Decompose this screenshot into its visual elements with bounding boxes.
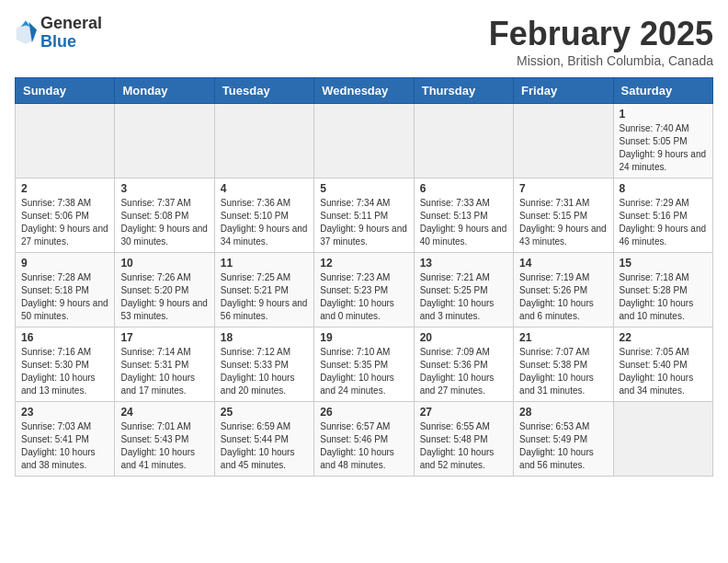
calendar-cell: 11Sunrise: 7:25 AM Sunset: 5:21 PM Dayli… — [214, 253, 313, 327]
calendar-cell: 5Sunrise: 7:34 AM Sunset: 5:11 PM Daylig… — [314, 178, 414, 253]
day-info: Sunrise: 7:05 AM Sunset: 5:40 PM Dayligh… — [620, 346, 707, 397]
day-info: Sunrise: 7:26 AM Sunset: 5:20 PM Dayligh… — [120, 271, 208, 323]
calendar-cell — [514, 104, 613, 178]
day-number: 14 — [519, 257, 607, 270]
calendar-table: SundayMondayTuesdayWednesdayThursdayFrid… — [15, 77, 713, 477]
day-number: 23 — [21, 406, 108, 419]
logo-line2: Blue — [40, 33, 102, 52]
logo-line1: General — [40, 15, 102, 33]
day-info: Sunrise: 7:28 AM Sunset: 5:18 PM Dayligh… — [21, 271, 108, 323]
weekday-friday: Friday — [514, 78, 613, 104]
calendar-cell: 4Sunrise: 7:36 AM Sunset: 5:10 PM Daylig… — [214, 178, 313, 253]
day-info: Sunrise: 7:23 AM Sunset: 5:23 PM Dayligh… — [320, 271, 407, 323]
calendar-cell — [16, 104, 115, 178]
weekday-saturday: Saturday — [613, 78, 712, 104]
day-number: 18 — [221, 331, 308, 344]
page-header: General Blue February 2025 Mission, Brit… — [15, 15, 713, 68]
day-info: Sunrise: 7:14 AM Sunset: 5:31 PM Dayligh… — [120, 346, 208, 397]
calendar-title: February 2025 — [489, 15, 713, 53]
calendar-cell: 15Sunrise: 7:18 AM Sunset: 5:28 PM Dayli… — [613, 253, 712, 327]
logo: General Blue — [15, 15, 102, 52]
calendar-cell: 16Sunrise: 7:16 AM Sunset: 5:30 PM Dayli… — [16, 327, 115, 402]
day-number: 27 — [420, 406, 507, 419]
day-info: Sunrise: 6:53 AM Sunset: 5:49 PM Dayligh… — [519, 420, 607, 472]
day-number: 8 — [620, 182, 707, 195]
calendar-subtitle: Mission, British Columbia, Canada — [489, 53, 713, 68]
day-info: Sunrise: 7:33 AM Sunset: 5:13 PM Dayligh… — [420, 197, 507, 248]
weekday-tuesday: Tuesday — [214, 78, 313, 104]
day-info: Sunrise: 7:31 AM Sunset: 5:15 PM Dayligh… — [519, 197, 607, 248]
calendar-cell — [314, 104, 414, 178]
calendar-cell: 18Sunrise: 7:12 AM Sunset: 5:33 PM Dayli… — [214, 327, 313, 402]
calendar-cell: 10Sunrise: 7:26 AM Sunset: 5:20 PM Dayli… — [115, 253, 214, 327]
day-number: 20 — [420, 331, 507, 344]
day-number: 15 — [620, 257, 707, 270]
week-row-4: 16Sunrise: 7:16 AM Sunset: 5:30 PM Dayli… — [16, 327, 713, 402]
calendar-cell: 2Sunrise: 7:38 AM Sunset: 5:06 PM Daylig… — [16, 178, 115, 253]
calendar-cell: 9Sunrise: 7:28 AM Sunset: 5:18 PM Daylig… — [16, 253, 115, 327]
week-row-5: 23Sunrise: 7:03 AM Sunset: 5:41 PM Dayli… — [16, 402, 713, 477]
day-number: 17 — [120, 331, 208, 344]
day-info: Sunrise: 7:38 AM Sunset: 5:06 PM Dayligh… — [21, 197, 108, 248]
day-number: 28 — [519, 406, 607, 419]
calendar-cell: 23Sunrise: 7:03 AM Sunset: 5:41 PM Dayli… — [16, 402, 115, 477]
calendar-cell: 20Sunrise: 7:09 AM Sunset: 5:36 PM Dayli… — [414, 327, 513, 402]
day-number: 2 — [21, 182, 108, 195]
day-info: Sunrise: 7:21 AM Sunset: 5:25 PM Dayligh… — [420, 271, 507, 323]
day-info: Sunrise: 7:40 AM Sunset: 5:05 PM Dayligh… — [620, 122, 707, 174]
calendar-cell: 25Sunrise: 6:59 AM Sunset: 5:44 PM Dayli… — [214, 402, 313, 477]
day-number: 26 — [320, 406, 407, 419]
calendar-body: 1Sunrise: 7:40 AM Sunset: 5:05 PM Daylig… — [16, 104, 713, 477]
day-info: Sunrise: 7:18 AM Sunset: 5:28 PM Dayligh… — [620, 271, 707, 323]
day-number: 11 — [221, 257, 308, 270]
week-row-3: 9Sunrise: 7:28 AM Sunset: 5:18 PM Daylig… — [16, 253, 713, 327]
day-info: Sunrise: 7:25 AM Sunset: 5:21 PM Dayligh… — [221, 271, 308, 323]
day-number: 22 — [620, 331, 707, 344]
day-info: Sunrise: 7:12 AM Sunset: 5:33 PM Dayligh… — [221, 346, 308, 397]
calendar-cell: 28Sunrise: 6:53 AM Sunset: 5:49 PM Dayli… — [514, 402, 613, 477]
weekday-wednesday: Wednesday — [314, 78, 414, 104]
day-number: 3 — [120, 182, 208, 195]
day-info: Sunrise: 7:29 AM Sunset: 5:16 PM Dayligh… — [620, 197, 707, 248]
title-block: February 2025 Mission, British Columbia,… — [489, 15, 713, 68]
calendar-cell: 3Sunrise: 7:37 AM Sunset: 5:08 PM Daylig… — [115, 178, 214, 253]
calendar-cell — [115, 104, 214, 178]
calendar-cell: 22Sunrise: 7:05 AM Sunset: 5:40 PM Dayli… — [613, 327, 712, 402]
week-row-2: 2Sunrise: 7:38 AM Sunset: 5:06 PM Daylig… — [16, 178, 713, 253]
week-row-1: 1Sunrise: 7:40 AM Sunset: 5:05 PM Daylig… — [16, 104, 713, 178]
day-info: Sunrise: 7:10 AM Sunset: 5:35 PM Dayligh… — [320, 346, 407, 397]
day-info: Sunrise: 6:55 AM Sunset: 5:48 PM Dayligh… — [420, 420, 507, 472]
calendar-cell: 13Sunrise: 7:21 AM Sunset: 5:25 PM Dayli… — [414, 253, 513, 327]
day-number: 7 — [519, 182, 607, 195]
day-number: 12 — [320, 257, 407, 270]
day-info: Sunrise: 7:07 AM Sunset: 5:38 PM Dayligh… — [519, 346, 607, 397]
weekday-header-row: SundayMondayTuesdayWednesdayThursdayFrid… — [16, 78, 713, 104]
day-number: 13 — [420, 257, 507, 270]
day-number: 24 — [120, 406, 208, 419]
day-info: Sunrise: 7:36 AM Sunset: 5:10 PM Dayligh… — [221, 197, 308, 248]
weekday-monday: Monday — [115, 78, 214, 104]
calendar-cell: 12Sunrise: 7:23 AM Sunset: 5:23 PM Dayli… — [314, 253, 414, 327]
calendar-cell: 26Sunrise: 6:57 AM Sunset: 5:46 PM Dayli… — [314, 402, 414, 477]
calendar-cell — [414, 104, 513, 178]
day-number: 10 — [120, 257, 208, 270]
day-number: 4 — [221, 182, 308, 195]
logo-icon — [15, 20, 37, 46]
weekday-sunday: Sunday — [16, 78, 115, 104]
day-info: Sunrise: 7:01 AM Sunset: 5:43 PM Dayligh… — [120, 420, 208, 472]
day-number: 1 — [620, 108, 707, 121]
day-number: 9 — [21, 257, 108, 270]
day-number: 19 — [320, 331, 407, 344]
day-info: Sunrise: 7:37 AM Sunset: 5:08 PM Dayligh… — [120, 197, 208, 248]
calendar-cell: 24Sunrise: 7:01 AM Sunset: 5:43 PM Dayli… — [115, 402, 214, 477]
calendar-cell: 14Sunrise: 7:19 AM Sunset: 5:26 PM Dayli… — [514, 253, 613, 327]
calendar-cell: 8Sunrise: 7:29 AM Sunset: 5:16 PM Daylig… — [613, 178, 712, 253]
calendar-cell: 19Sunrise: 7:10 AM Sunset: 5:35 PM Dayli… — [314, 327, 414, 402]
day-number: 6 — [420, 182, 507, 195]
day-number: 21 — [519, 331, 607, 344]
calendar-cell — [214, 104, 313, 178]
day-info: Sunrise: 7:09 AM Sunset: 5:36 PM Dayligh… — [420, 346, 507, 397]
calendar-cell: 17Sunrise: 7:14 AM Sunset: 5:31 PM Dayli… — [115, 327, 214, 402]
calendar-cell: 7Sunrise: 7:31 AM Sunset: 5:15 PM Daylig… — [514, 178, 613, 253]
calendar-cell: 1Sunrise: 7:40 AM Sunset: 5:05 PM Daylig… — [613, 104, 712, 178]
